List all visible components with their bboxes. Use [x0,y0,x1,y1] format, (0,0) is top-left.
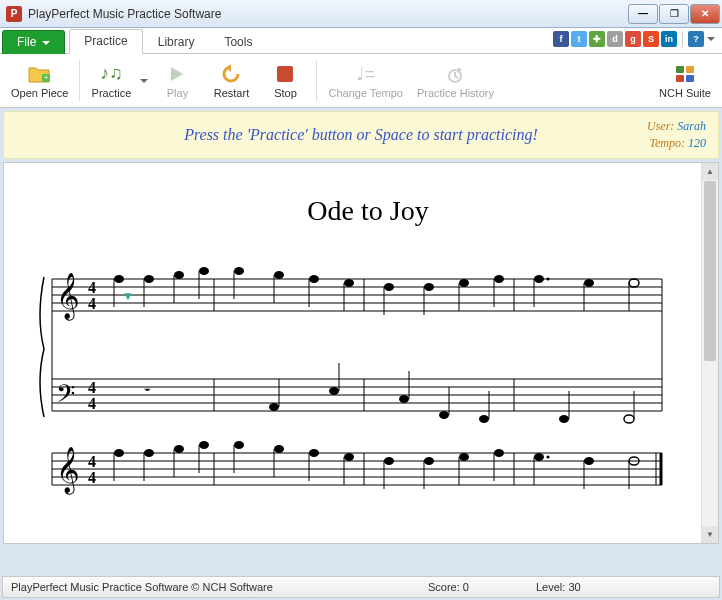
help-dropdown[interactable] [706,35,716,43]
svg-point-76 [624,415,634,423]
tab-library[interactable]: Library [143,30,210,54]
svg-text:4: 4 [88,279,96,296]
svg-point-102 [274,445,284,453]
svg-point-119 [584,457,594,465]
svg-rect-2 [277,66,293,82]
status-product: PlayPerfect Music Practice Software © NC… [11,581,361,593]
tempo-value: 120 [688,136,706,150]
svg-point-40 [234,267,244,275]
svg-text:+: + [43,73,48,82]
music-notes-icon: ♪♫ [97,63,125,85]
window-titlebar: P PlayPerfect Music Practice Software [0,0,722,28]
svg-point-48 [384,283,394,291]
app-icon: P [6,6,22,22]
svg-point-36 [174,271,184,279]
window-title: PlayPerfect Music Practice Software [28,7,628,21]
svg-text:𝄞: 𝄞 [56,273,80,321]
svg-point-74 [559,415,569,423]
suite-icon [671,63,699,85]
svg-text:4: 4 [88,469,96,486]
folder-open-icon: + [26,63,54,85]
svg-point-66 [329,387,339,395]
svg-rect-4 [676,66,684,73]
menubar-right: ft✚dgSin ? [553,31,716,47]
nch-suite-button[interactable]: NCH Suite [652,56,718,105]
scroll-down-icon[interactable]: ▼ [702,526,718,543]
suite-label: NCH Suite [659,87,711,99]
playback-marker-icon: ▼ [122,289,134,303]
tab-tools[interactable]: Tools [209,30,267,54]
svg-point-61 [629,279,639,287]
practice-dropdown[interactable] [138,56,150,105]
change-tempo-button[interactable]: ♩= Change Tempo [321,56,409,105]
svg-point-108 [384,457,394,465]
tempo-label: Tempo: [649,136,685,150]
svg-text:4: 4 [88,379,96,396]
restart-icon [217,63,245,85]
svg-text:4: 4 [88,395,96,412]
facebook-icon[interactable]: f [553,31,569,47]
svg-text:𝄻: 𝄻 [144,388,151,391]
svg-point-56 [534,275,544,283]
banner-message: Press the 'Practice' button or Space to … [184,126,538,144]
svg-point-59 [584,279,594,287]
practice-button[interactable]: ♪♫ Practice [84,56,138,105]
svg-point-92 [114,449,124,457]
level-value: 30 [568,581,580,593]
tab-practice[interactable]: Practice [69,29,142,54]
restart-button[interactable]: Restart [204,56,258,105]
practice-label: Practice [92,87,132,99]
history-icon [441,63,469,85]
help-icon[interactable]: ? [688,31,704,47]
svg-point-44 [309,275,319,283]
svg-point-117 [547,456,550,459]
menubar: File Practice Library Tools ft✚dgSin ? [0,28,722,54]
svg-point-46 [344,279,354,287]
svg-point-54 [494,275,504,283]
maximize-button[interactable] [659,4,689,24]
toolbar: + Open Piece ♪♫ Practice Play Restart St… [0,54,722,108]
level-label: Level: [536,581,565,593]
open-piece-button[interactable]: + Open Piece [4,56,75,105]
svg-point-112 [459,453,469,461]
play-label: Play [167,87,188,99]
twitter-icon[interactable]: t [571,31,587,47]
svg-rect-6 [676,75,684,82]
score-content[interactable]: Ode to Joy ▼ 𝄞 𝄢 4 4 [4,163,718,543]
toolbar-separator [79,60,80,101]
share-icon[interactable]: ✚ [589,31,605,47]
play-button[interactable]: Play [150,56,204,105]
restart-label: Restart [214,87,249,99]
file-menu[interactable]: File [2,30,65,54]
svg-point-50 [424,283,434,291]
svg-point-34 [144,275,154,283]
scrollbar[interactable]: ▲ ▼ [701,163,718,543]
svg-point-70 [439,411,449,419]
minimize-button[interactable] [628,4,658,24]
change-tempo-label: Change Tempo [328,87,402,99]
digg-icon[interactable]: d [607,31,623,47]
stumble-icon[interactable]: S [643,31,659,47]
svg-text:𝄞: 𝄞 [56,447,80,495]
svg-point-104 [309,449,319,457]
stop-button[interactable]: Stop [258,56,312,105]
staff-system-2: 𝄞 4 4 [34,441,664,501]
stop-label: Stop [274,87,297,99]
metronome-icon: ♩= [352,63,380,85]
close-button[interactable] [690,4,720,24]
info-banner: Press the 'Practice' button or Space to … [3,111,719,159]
linkedin-icon[interactable]: in [661,31,677,47]
svg-point-116 [534,453,544,461]
google-icon[interactable]: g [625,31,641,47]
svg-point-98 [199,441,209,449]
svg-rect-7 [686,75,694,82]
scroll-thumb[interactable] [704,181,716,361]
svg-point-114 [494,449,504,457]
practice-history-button[interactable]: Practice History [410,56,501,105]
score-value: 0 [463,581,469,593]
svg-point-38 [199,267,209,275]
open-piece-label: Open Piece [11,87,68,99]
scroll-up-icon[interactable]: ▲ [702,163,718,180]
svg-point-32 [114,275,124,283]
svg-point-52 [459,279,469,287]
